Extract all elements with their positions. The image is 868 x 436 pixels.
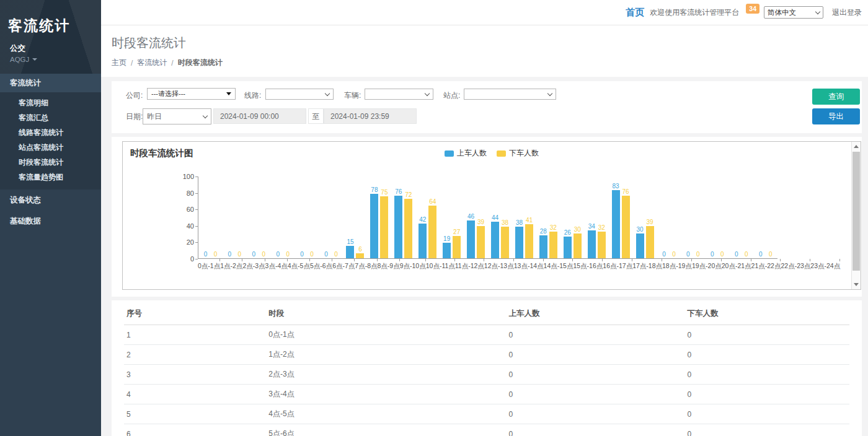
bar-column: 41 <box>525 217 533 258</box>
bar-column: 0 <box>226 251 234 258</box>
date-start-input[interactable]: 2024-01-09 00:00 <box>213 108 306 124</box>
notification-badge[interactable]: 34 <box>746 4 760 14</box>
logout-link[interactable]: 退出登录 <box>832 7 862 18</box>
scroll-up-icon[interactable] <box>854 145 859 148</box>
bar[interactable] <box>539 235 547 258</box>
table-cell: 0 <box>507 385 685 404</box>
table-cell: 1 <box>124 325 266 345</box>
bar-group: 00 <box>223 177 247 258</box>
bar[interactable] <box>646 226 654 258</box>
language-select[interactable]: 简体中文 <box>764 6 823 19</box>
bar[interactable] <box>394 196 402 258</box>
sidebar-subitem[interactable]: 站点客流统计 <box>0 140 101 155</box>
legend-item[interactable]: 上车人数 <box>445 148 487 159</box>
bar[interactable] <box>588 230 596 258</box>
y-tick <box>195 242 198 243</box>
bar-value-label: 0 <box>262 251 266 258</box>
bar-column: 0 <box>684 251 692 258</box>
company-select[interactable]: ---请选择--- <box>147 88 236 100</box>
scrollbar-thumb[interactable] <box>852 152 860 271</box>
bar[interactable] <box>443 243 451 258</box>
date-preset-value: 昨日 <box>147 111 162 122</box>
bar-value-label: 34 <box>588 223 595 230</box>
table-row[interactable]: 65点-6点00 <box>124 424 849 436</box>
bar[interactable] <box>636 233 644 258</box>
bar-column: 0 <box>274 251 282 258</box>
x-tick-label: 10点-11点 <box>426 260 455 271</box>
breadcrumb-parent[interactable]: 客流统计 <box>137 58 167 68</box>
table-cell: 0 <box>684 325 849 345</box>
x-tick-label: 18点-19点 <box>662 260 692 271</box>
bar[interactable] <box>404 199 412 258</box>
bar[interactable] <box>574 233 582 258</box>
bar[interactable] <box>380 196 388 258</box>
table-row[interactable]: 43点-4点00 <box>124 385 849 404</box>
bar[interactable] <box>346 246 354 258</box>
sidebar-section[interactable]: 设备状态 <box>0 190 101 211</box>
date-preset-select[interactable]: 昨日 <box>143 108 211 124</box>
sidebar-section[interactable]: 客流统计 <box>0 74 101 92</box>
x-tick-label: 15点-16点 <box>573 260 603 271</box>
bar[interactable] <box>598 232 606 258</box>
vehicle-select[interactable] <box>365 89 433 100</box>
bar[interactable] <box>564 237 572 258</box>
sidebar-subitem[interactable]: 客流明细 <box>0 95 101 110</box>
bar[interactable] <box>418 224 427 258</box>
bar[interactable] <box>549 232 557 258</box>
bar-value-label: 76 <box>395 188 402 195</box>
bar[interactable] <box>467 220 475 258</box>
scroll-down-icon[interactable] <box>854 283 859 286</box>
breadcrumb-home[interactable]: 主页 <box>112 58 126 68</box>
bar-group: 00 <box>729 177 753 258</box>
chevron-down-icon <box>547 90 552 95</box>
line-select[interactable] <box>265 89 334 100</box>
bar[interactable] <box>477 226 485 258</box>
bar-column: 0 <box>670 251 678 258</box>
bar-group: 1927 <box>440 177 464 258</box>
bar[interactable] <box>491 222 499 258</box>
bar-value-label: 30 <box>636 226 643 233</box>
sidebar-subitem[interactable]: 客流量趋势图 <box>0 170 101 185</box>
export-button[interactable]: 导出 <box>812 108 860 124</box>
chevron-down-icon <box>815 9 820 14</box>
bar-column: 27 <box>453 229 461 258</box>
welcome-text: 欢迎使用客流统计管理平台 <box>650 7 739 18</box>
x-tick-label: 5点-6点 <box>310 260 332 271</box>
bar-column: 0 <box>298 251 306 258</box>
y-tick-label: 100 <box>177 173 194 180</box>
x-tick-label: 3点-4点 <box>265 260 288 271</box>
sidebar-subitem[interactable]: 线路客流统计 <box>0 125 101 140</box>
legend-item[interactable]: 下车人数 <box>497 148 539 159</box>
bar[interactable] <box>356 253 364 258</box>
bar-group: 00 <box>295 177 319 258</box>
table-row[interactable]: 32点-3点00 <box>124 365 849 385</box>
sidebar-subitem[interactable]: 时段客流统计 <box>0 155 101 170</box>
table-cell: 0 <box>507 345 685 365</box>
bar[interactable] <box>370 194 378 258</box>
table-row[interactable]: 21点-2点00 <box>124 345 849 365</box>
bar[interactable] <box>612 190 620 258</box>
stats-table-body: 10点-1点0021点-2点0032点-3点0043点-4点0054点-5点00… <box>124 325 849 436</box>
station-select[interactable] <box>464 89 556 100</box>
bar-column: 0 <box>250 251 258 258</box>
bar-value-label: 0 <box>310 251 314 258</box>
bar[interactable] <box>515 227 523 258</box>
sidebar-subitem[interactable]: 客流汇总 <box>0 110 101 125</box>
home-link[interactable]: 首页 <box>626 7 644 19</box>
bar[interactable] <box>622 196 630 258</box>
table-row[interactable]: 54点-5点00 <box>124 404 849 424</box>
bar[interactable] <box>453 236 461 258</box>
table-row[interactable]: 10点-1点00 <box>124 325 849 345</box>
sidebar-section[interactable]: 基础数据 <box>0 211 101 232</box>
date-end-input[interactable]: 2024-01-09 23:59 <box>324 108 417 124</box>
bar-group: 4639 <box>464 177 488 258</box>
bar[interactable] <box>428 206 436 258</box>
bar-value-label: 6 <box>358 246 362 253</box>
bar-group: 156 <box>343 177 368 258</box>
user-dropdown[interactable]: AQGJ <box>0 54 101 63</box>
query-button[interactable]: 查询 <box>812 89 860 105</box>
bar[interactable] <box>501 227 509 258</box>
bar[interactable] <box>525 224 533 258</box>
bar-column: 0 <box>766 251 774 258</box>
chart-scrollbar[interactable] <box>851 142 861 289</box>
